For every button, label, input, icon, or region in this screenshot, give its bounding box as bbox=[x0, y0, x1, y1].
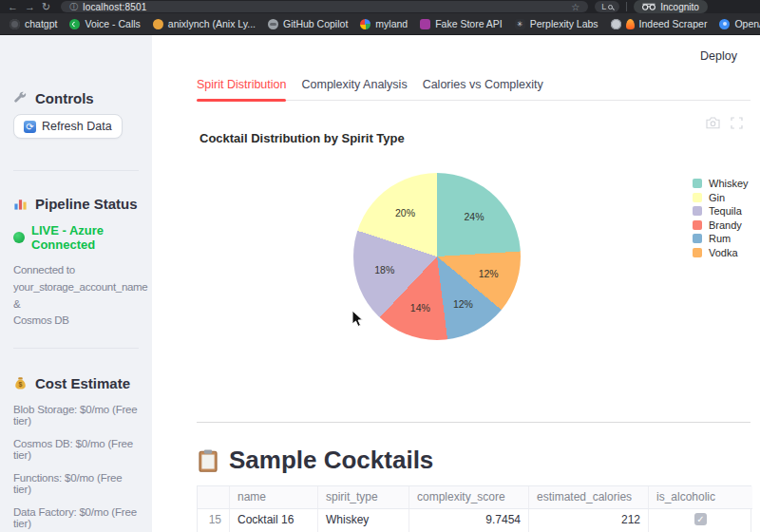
tab-spirit-distribution[interactable]: Spirit Distribution bbox=[197, 78, 286, 91]
phone-green-icon bbox=[69, 19, 80, 29]
incognito-badge: Incognito bbox=[634, 0, 708, 13]
bookmark-chatgpt[interactable]: chatgpt bbox=[10, 18, 57, 29]
bookmark-github-copilot[interactable]: GitHub Copilot bbox=[268, 18, 348, 29]
cost-line: Cosmos DB: $0/mo (Free tier) bbox=[13, 438, 139, 461]
table-cell-is_alcoholic: ✓ bbox=[649, 509, 752, 532]
pipeline-detail: Connected to your_storage_account_name &… bbox=[13, 262, 139, 330]
camera-icon[interactable] bbox=[706, 117, 720, 129]
bookmark-perplexity-labs[interactable]: ✳Perplexity Labs bbox=[515, 18, 598, 29]
bookmarks-list: chatgptVoice - Callsanixlynch (Anix Ly..… bbox=[10, 18, 760, 29]
legend-swatch bbox=[693, 193, 702, 202]
sidebar-divider-2 bbox=[13, 348, 139, 349]
bookmark-fake-store-api[interactable]: Fake Store API bbox=[420, 18, 503, 29]
maps-pin-icon bbox=[360, 19, 370, 29]
sample-cocktails-title: Sample Cocktails bbox=[229, 446, 433, 475]
reload-icon[interactable]: ↻ bbox=[42, 0, 50, 13]
cost-line: Blob Storage: $0/mo (Free tier) bbox=[13, 404, 139, 427]
bookmark-label: Perplexity Labs bbox=[530, 18, 598, 29]
magnifier-icon bbox=[608, 5, 613, 10]
green-status-icon bbox=[13, 232, 25, 243]
legend-swatch bbox=[693, 179, 702, 188]
pie-slice-label-whiskey: 24% bbox=[465, 211, 484, 222]
svg-text:$: $ bbox=[19, 382, 23, 390]
bookmark-voice-calls[interactable]: Voice - Calls bbox=[69, 18, 140, 29]
cost-lines: Blob Storage: $0/mo (Free tier)Cosmos DB… bbox=[13, 404, 139, 529]
table-header-spirit-type: spirit_type bbox=[318, 486, 409, 509]
table-header-complexity-score: complexity_score bbox=[409, 486, 529, 509]
legend-swatch bbox=[693, 234, 702, 243]
bookmark-label: myland bbox=[375, 18, 408, 29]
table-cell-name: Cocktail 16 bbox=[230, 509, 318, 532]
pipeline-header: Pipeline Status bbox=[13, 196, 139, 212]
section-divider bbox=[197, 422, 750, 423]
pipeline-title: Pipeline Status bbox=[35, 196, 138, 212]
app-canvas: Controls ⟳ Refresh Data Pipeline Status … bbox=[0, 35, 760, 532]
bookmark-indeed-scraper[interactable]: Indeed Scraper bbox=[611, 18, 708, 29]
legend-label: Whiskey bbox=[709, 178, 749, 189]
plotly-modebar bbox=[706, 117, 743, 129]
legend-item-gin[interactable]: Gin bbox=[693, 191, 749, 205]
cost-title: Cost Estimate bbox=[35, 375, 130, 391]
pie-slice-label-tequila: 18% bbox=[374, 264, 394, 276]
refresh-button-label: Refresh Data bbox=[42, 120, 112, 133]
bookmark-openai-platform[interactable]: OpenAI Platform bbox=[719, 18, 760, 29]
cost-line: Data Factory: $0/mo (Free tier) bbox=[13, 506, 139, 529]
deploy-button[interactable]: Deploy bbox=[700, 49, 737, 63]
bookmark-anixlynch-anix-ly[interactable]: anixlynch (Anix Ly... bbox=[153, 18, 256, 29]
fire-icon bbox=[626, 19, 635, 29]
sidebar: Controls ⟳ Refresh Data Pipeline Status … bbox=[0, 35, 152, 532]
table-header-is-alcoholic: is_alcoholic bbox=[649, 486, 752, 509]
back-icon[interactable]: ← bbox=[8, 0, 18, 13]
legend-swatch bbox=[693, 220, 702, 230]
clipboard-icon bbox=[197, 448, 219, 473]
toolbar-separator bbox=[626, 2, 627, 11]
legend-item-vodka[interactable]: Vodka bbox=[693, 246, 749, 260]
legend-item-brandy[interactable]: Brandy bbox=[693, 218, 749, 233]
checkbox-icon: ✓ bbox=[694, 513, 707, 525]
bookmark-label: anixlynch (Anix Ly... bbox=[168, 18, 256, 29]
data-table: namespirit_typecomplexity_scoreestimated… bbox=[197, 485, 751, 532]
chart-title: Cocktail Distribution by Spirit Type bbox=[200, 131, 405, 145]
avatar-yellow-icon bbox=[153, 19, 163, 29]
table-cell-spirit_type: Whiskey bbox=[318, 509, 409, 532]
table-header-index bbox=[198, 486, 230, 509]
legend-label: Rum bbox=[709, 233, 731, 244]
controls-title: Controls bbox=[35, 90, 94, 106]
sidebar-divider-1 bbox=[13, 170, 139, 171]
pie-slice-label-vodka: 12% bbox=[479, 268, 499, 279]
url-text: localhost:8501 bbox=[83, 2, 146, 12]
legend-item-rum[interactable]: Rum bbox=[693, 232, 749, 246]
extension-chip[interactable]: L bbox=[595, 1, 619, 12]
legend-label: Vodka bbox=[709, 247, 738, 258]
wrench-icon bbox=[13, 91, 28, 105]
site-info-icon[interactable]: ⓘ bbox=[69, 1, 78, 12]
legend-item-whiskey[interactable]: Whiskey bbox=[693, 177, 749, 191]
main-content: Deploy Spirit DistributionComplexity Ana… bbox=[152, 35, 760, 532]
openai-blue-icon bbox=[719, 19, 730, 29]
refresh-data-button[interactable]: ⟳ Refresh Data bbox=[13, 114, 123, 139]
legend-label: Gin bbox=[709, 192, 725, 203]
refresh-icon: ⟳ bbox=[24, 121, 36, 133]
forward-icon[interactable]: → bbox=[25, 0, 35, 13]
pipeline-status-text: LIVE - Azure Connected bbox=[31, 223, 139, 252]
bookmark-star-icon[interactable]: ☆ bbox=[571, 2, 580, 12]
cost-line: Functions: $0/mo (Free tier) bbox=[13, 472, 139, 495]
address-bar[interactable]: ⓘ localhost:8501 ☆ bbox=[61, 1, 588, 12]
table-header-name: name bbox=[230, 486, 318, 509]
tab-calories-vs-complexity[interactable]: Calories vs Complexity bbox=[423, 78, 543, 91]
bar-chart-icon bbox=[13, 197, 28, 211]
bookmark-label: Indeed Scraper bbox=[639, 18, 708, 29]
table-cell-estimated_calories: 212 bbox=[529, 509, 649, 532]
bookmark-label: GitHub Copilot bbox=[283, 18, 348, 29]
extension-letter: L bbox=[601, 2, 606, 11]
legend-item-tequila[interactable]: Tequila bbox=[693, 204, 749, 218]
pie-graphic[interactable] bbox=[353, 173, 521, 340]
table-header-estimated-calories: estimated_calories bbox=[529, 486, 649, 509]
table-cell-index: 15 bbox=[198, 509, 230, 532]
globe-icon bbox=[611, 19, 621, 29]
legend-label: Brandy bbox=[709, 219, 742, 231]
tab-complexity-analysis[interactable]: Complexity Analysis bbox=[301, 78, 407, 91]
bookmark-myland[interactable]: myland bbox=[360, 18, 408, 29]
fullscreen-icon[interactable] bbox=[731, 117, 743, 129]
pie-slice-label-rum: 12% bbox=[453, 298, 473, 310]
